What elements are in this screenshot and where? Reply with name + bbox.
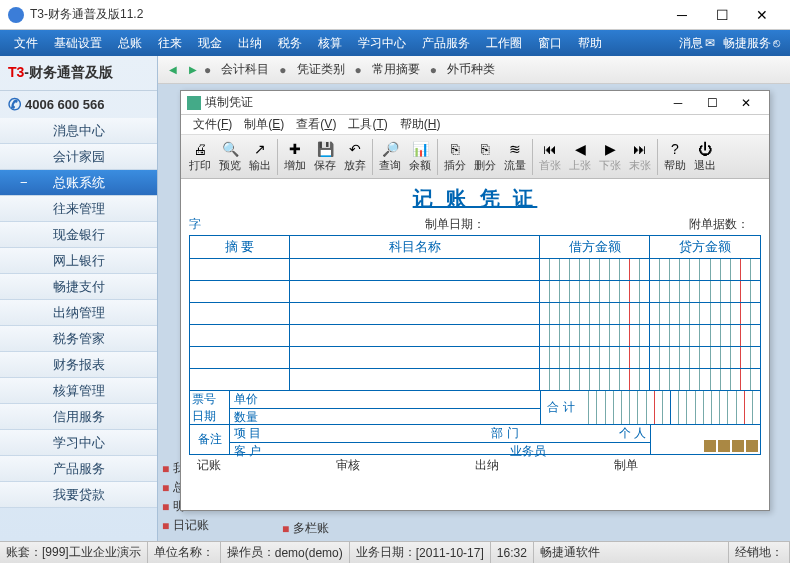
menu-file[interactable]: 文件 [6, 35, 46, 52]
menu-help[interactable]: 帮助 [570, 35, 610, 52]
toolbar-放弃[interactable]: ↶放弃 [340, 138, 370, 175]
phone-icon: ✆ [8, 95, 21, 114]
sidebar-item[interactable]: 信用服务 [0, 404, 157, 430]
toolbar-增加[interactable]: ✚增加 [280, 138, 310, 175]
voucher-close-button[interactable]: ✕ [729, 92, 763, 114]
col-summary: 摘 要 [190, 236, 290, 258]
sidebar-item[interactable]: 核算管理 [0, 378, 157, 404]
mini-icon[interactable] [704, 440, 716, 452]
top-toolbar: ◀ ▶ ●会计科目 ●凭证类别 ●常用摘要 ●外币种类 [158, 56, 790, 84]
col-subject: 科目名称 [290, 236, 540, 258]
sidebar-item[interactable]: 消息中心 [0, 118, 157, 144]
voucher-grid[interactable]: 摘 要 科目名称 借方金额 贷方金额 [189, 235, 761, 391]
nav-list: 消息中心会计家园总账系统往来管理现金银行网上银行畅捷支付出纳管理税务管家财务报表… [0, 118, 157, 541]
side-link-multi[interactable]: ■多栏账 [282, 520, 329, 537]
voucher-menu[interactable]: 工具(T) [342, 116, 393, 133]
voucher-menu[interactable]: 制单(E) [238, 116, 290, 133]
workarea: ■我 ■总 ■明 ■日记账 ■多栏账 填制凭证 ─ ☐ ✕ 文件(F)制单(E)… [158, 84, 790, 541]
sidebar-item[interactable]: 现金银行 [0, 222, 157, 248]
menu-work[interactable]: 工作圈 [478, 35, 530, 52]
voucher-min-button[interactable]: ─ [661, 92, 695, 114]
sidebar-item[interactable]: 畅捷支付 [0, 274, 157, 300]
toolbar-输出[interactable]: ↗输出 [245, 138, 275, 175]
table-row[interactable] [190, 258, 760, 280]
sidebar-item[interactable]: 往来管理 [0, 196, 157, 222]
toolbar-查询[interactable]: 🔎查询 [375, 138, 405, 175]
app-icon [8, 7, 24, 23]
voucher-icon [187, 96, 201, 110]
menu-cashier[interactable]: 出纳 [230, 35, 270, 52]
table-row[interactable] [190, 324, 760, 346]
right-pane: ◀ ▶ ●会计科目 ●凭证类别 ●常用摘要 ●外币种类 ■我 ■总 ■明 ■日记… [158, 56, 790, 541]
voucher-menu[interactable]: 查看(V) [290, 116, 342, 133]
nav-fwd-icon[interactable]: ▶ [184, 61, 202, 79]
menu-message[interactable]: 消息 ✉ [675, 35, 719, 52]
table-row[interactable] [190, 280, 760, 302]
logo: T3-财务通普及版 [0, 56, 157, 91]
maximize-button[interactable]: ☐ [702, 1, 742, 29]
voucher-menubar: 文件(F)制单(E)查看(V)工具(T)帮助(H) [181, 115, 769, 135]
tab-subject[interactable]: 会计科目 [213, 61, 277, 78]
menu-cash[interactable]: 现金 [190, 35, 230, 52]
close-button[interactable]: ✕ [742, 1, 782, 29]
sidebar-item[interactable]: 学习中心 [0, 430, 157, 456]
voucher-footer2: 备注 项 目部 门个 人 客 户业务员 [189, 425, 761, 455]
nav-back-icon[interactable]: ◀ [164, 61, 182, 79]
mini-icon[interactable] [746, 440, 758, 452]
sidebar-item[interactable]: 网上银行 [0, 248, 157, 274]
toolbar-预览[interactable]: 🔍预览 [215, 138, 245, 175]
sidebar-item[interactable]: 会计家园 [0, 144, 157, 170]
window-title: T3-财务通普及版11.2 [30, 6, 662, 23]
sidebar: T3-财务通普及版 ✆ 4006 600 566 消息中心会计家园总账系统往来管… [0, 56, 158, 541]
voucher-max-button[interactable]: ☐ [695, 92, 729, 114]
voucher-titlebar: 填制凭证 ─ ☐ ✕ [181, 91, 769, 115]
tab-currency[interactable]: 外币种类 [439, 61, 503, 78]
minimize-button[interactable]: ─ [662, 1, 702, 29]
sidebar-item[interactable]: 产品服务 [0, 456, 157, 482]
menubar: 文件 基础设置 总账 往来 现金 出纳 税务 核算 学习中心 产品服务 工作圈 … [0, 30, 790, 56]
voucher-footer1: 票号日期 单价 数量 合 计 [189, 391, 761, 425]
voucher-title: 填制凭证 [205, 94, 661, 111]
menu-gl[interactable]: 总账 [110, 35, 150, 52]
voucher-header: 字 制单日期： 附单据数： [189, 214, 761, 235]
menu-window[interactable]: 窗口 [530, 35, 570, 52]
menu-learn[interactable]: 学习中心 [350, 35, 414, 52]
menu-basic[interactable]: 基础设置 [46, 35, 110, 52]
toolbar-帮助[interactable]: ?帮助 [660, 138, 690, 175]
toolbar-首张: ⏮首张 [535, 138, 565, 175]
voucher-menu[interactable]: 文件(F) [187, 116, 238, 133]
toolbar-打印[interactable]: 🖨打印 [185, 138, 215, 175]
menu-ar[interactable]: 往来 [150, 35, 190, 52]
mini-icon[interactable] [732, 440, 744, 452]
table-row[interactable] [190, 368, 760, 390]
menu-service[interactable]: 畅捷服务 ⎋ [719, 35, 784, 52]
sidebar-item[interactable]: 财务报表 [0, 352, 157, 378]
tab-vtype[interactable]: 凭证类别 [289, 61, 353, 78]
table-row[interactable] [190, 346, 760, 368]
menu-tax[interactable]: 税务 [270, 35, 310, 52]
voucher-doc-title: 记 账 凭 证 [189, 183, 761, 214]
voucher-toolbar: 🖨打印🔍预览↗输出✚增加💾保存↶放弃🔎查询📊余额⎘插分⎘删分≋流量⏮首张◀上张▶… [181, 135, 769, 179]
col-debit: 借方金额 [540, 236, 650, 258]
sidebar-item[interactable]: 税务管家 [0, 326, 157, 352]
toolbar-下张: ▶下张 [595, 138, 625, 175]
voucher-menu[interactable]: 帮助(H) [394, 116, 447, 133]
toolbar-插分[interactable]: ⎘插分 [440, 138, 470, 175]
toolbar-退出[interactable]: ⏻退出 [690, 138, 720, 175]
voucher-signatures: 记账 审核 出纳 制单 [189, 455, 761, 476]
toolbar-余额[interactable]: 📊余额 [405, 138, 435, 175]
tab-summary[interactable]: 常用摘要 [364, 61, 428, 78]
sidebar-item[interactable]: 我要贷款 [0, 482, 157, 508]
phone: ✆ 4006 600 566 [0, 91, 157, 118]
menu-product[interactable]: 产品服务 [414, 35, 478, 52]
toolbar-流量[interactable]: ≋流量 [500, 138, 530, 175]
mini-icon[interactable] [718, 440, 730, 452]
toolbar-删分[interactable]: ⎘删分 [470, 138, 500, 175]
sidebar-item[interactable]: 总账系统 [0, 170, 157, 196]
toolbar-保存[interactable]: 💾保存 [310, 138, 340, 175]
menu-acct[interactable]: 核算 [310, 35, 350, 52]
sidebar-item[interactable]: 出纳管理 [0, 300, 157, 326]
voucher-body: 记 账 凭 证 字 制单日期： 附单据数： 摘 要 科目名称 借方金额 贷方金额 [181, 179, 769, 510]
titlebar: T3-财务通普及版11.2 ─ ☐ ✕ [0, 0, 790, 30]
table-row[interactable] [190, 302, 760, 324]
